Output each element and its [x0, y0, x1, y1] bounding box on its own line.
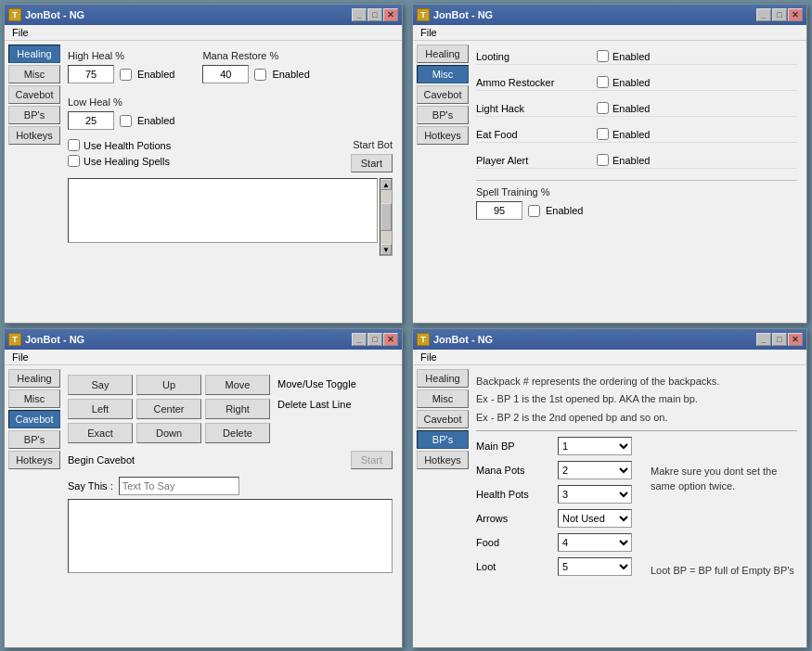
ammo-restocker-check[interactable]: [597, 76, 609, 88]
menu-file-2[interactable]: File: [417, 26, 441, 39]
log-scrollbar[interactable]: ▲ ▼: [380, 178, 393, 256]
spell-training-input[interactable]: [476, 201, 522, 220]
scroll-up[interactable]: ▲: [380, 179, 392, 190]
tab-hotkeys-2[interactable]: Hotkeys: [417, 126, 469, 145]
menu-file-4[interactable]: File: [417, 351, 441, 364]
use-healing-spells-check[interactable]: [68, 155, 80, 167]
close-btn-1[interactable]: ✕: [383, 8, 398, 21]
tab-misc-4[interactable]: Misc: [417, 389, 469, 408]
center-btn[interactable]: Center: [136, 399, 201, 419]
tab-cavebot-3[interactable]: Cavebot: [8, 410, 60, 428]
mana-restore-checkbox[interactable]: [254, 69, 266, 81]
high-heal-checkbox[interactable]: [120, 69, 132, 81]
down-btn[interactable]: Down: [136, 423, 201, 443]
main-bp-select[interactable]: 12345Not Used: [558, 437, 632, 455]
tab-healing-2[interactable]: Healing: [417, 45, 469, 63]
title-bar-1: T JonBot - NG _ □ ✕: [5, 5, 402, 25]
low-heal-checkbox[interactable]: [120, 115, 132, 127]
say-this-input[interactable]: [119, 477, 239, 495]
high-heal-enabled-label: Enabled: [137, 69, 174, 80]
health-pots-label: Health Pots: [476, 489, 550, 500]
maximize-btn-2[interactable]: □: [772, 8, 787, 21]
title-buttons-1: _ □ ✕: [352, 8, 398, 21]
title-buttons-4: _ □ ✕: [756, 333, 803, 346]
up-btn[interactable]: Up: [136, 375, 201, 395]
looting-check[interactable]: [597, 50, 609, 62]
tab-list-2: Healing Misc Cavebot BP's Hotkeys: [417, 45, 469, 233]
window-misc: T JonBot - NG _ □ ✕ File Healing Misc Ca…: [412, 4, 807, 324]
tab-hotkeys-4[interactable]: Hotkeys: [417, 451, 469, 469]
low-heal-input[interactable]: [68, 111, 114, 130]
tab-bps-2[interactable]: BP's: [417, 106, 469, 124]
looting-enabled-label: Enabled: [612, 51, 650, 62]
ammo-restocker-enabled-label: Enabled: [612, 77, 650, 88]
mana-restore-input[interactable]: [202, 65, 249, 83]
tab-bps-3[interactable]: BP's: [8, 430, 60, 449]
exact-btn[interactable]: Exact: [68, 423, 133, 443]
close-btn-4[interactable]: ✕: [788, 333, 803, 346]
healing-panel: High Heal % Enabled Mana Restore % Enabl…: [62, 45, 398, 262]
say-btn[interactable]: Say: [68, 375, 133, 395]
tab-hotkeys-1[interactable]: Hotkeys: [8, 126, 60, 145]
app-icon-2: T: [417, 8, 430, 21]
ammo-restocker-label: Ammo Restocker: [476, 77, 597, 88]
cavebot-log: [68, 499, 393, 573]
player-alert-enabled-label: Enabled: [612, 155, 650, 166]
right-btn[interactable]: Right: [205, 399, 270, 419]
tab-hotkeys-3[interactable]: Hotkeys: [8, 451, 60, 469]
close-btn-2[interactable]: ✕: [788, 8, 803, 21]
maximize-btn-1[interactable]: □: [367, 8, 382, 21]
tab-misc-2[interactable]: Misc: [417, 65, 469, 83]
tab-cavebot-1[interactable]: Cavebot: [8, 85, 60, 104]
menu-file-3[interactable]: File: [8, 351, 32, 364]
tab-misc-1[interactable]: Misc: [8, 65, 60, 83]
minimize-btn-4[interactable]: _: [756, 333, 771, 346]
tab-cavebot-2[interactable]: Cavebot: [417, 85, 469, 104]
minimize-btn-3[interactable]: _: [352, 333, 367, 346]
mana-restore-enabled-label: Enabled: [272, 69, 309, 80]
title-2: JonBot - NG: [433, 9, 756, 20]
tab-healing-4[interactable]: Healing: [417, 369, 469, 388]
tab-healing-3[interactable]: Healing: [8, 369, 60, 388]
title-4: JonBot - NG: [433, 334, 756, 345]
side-note: Makre sure you dont set the same option …: [651, 465, 797, 493]
say-this-label: Say This :: [68, 480, 113, 491]
eat-food-label: Eat Food: [476, 129, 597, 140]
maximize-btn-3[interactable]: □: [367, 333, 382, 346]
start-cavebot-btn[interactable]: Start: [351, 451, 393, 469]
high-heal-input[interactable]: [68, 65, 114, 83]
light-hack-check[interactable]: [597, 102, 609, 114]
window-bps: T JonBot - NG _ □ ✕ File Healing Misc Ca…: [412, 328, 807, 648]
tab-cavebot-4[interactable]: Cavebot: [417, 410, 469, 428]
mana-pots-select[interactable]: 12345Not Used: [558, 461, 632, 479]
tab-healing-1[interactable]: Healing: [8, 45, 60, 63]
player-alert-check[interactable]: [597, 154, 609, 166]
use-health-potions-check[interactable]: [68, 139, 80, 151]
arrows-select[interactable]: 12345Not Used: [558, 509, 632, 528]
minimize-btn-2[interactable]: _: [756, 8, 771, 21]
loot-select[interactable]: 12345Not Used: [558, 557, 632, 576]
start-bot-label: Start Bot: [351, 139, 393, 150]
eat-food-enabled-label: Enabled: [612, 129, 650, 140]
left-btn[interactable]: Left: [68, 399, 133, 419]
title-3: JonBot - NG: [25, 334, 352, 345]
player-alert-label: Player Alert: [476, 155, 597, 166]
tab-bps-1[interactable]: BP's: [8, 106, 60, 124]
minimize-btn-1[interactable]: _: [352, 8, 367, 21]
delete-btn[interactable]: Delete: [205, 423, 270, 443]
close-btn-3[interactable]: ✕: [383, 333, 398, 346]
loot-note: Loot BP = BP full of Empty BP's: [651, 564, 797, 578]
move-btn[interactable]: Move: [205, 375, 270, 395]
bp-info3: Ex - BP 2 is the 2nd opened bp and so on…: [476, 411, 797, 425]
eat-food-check[interactable]: [597, 128, 609, 140]
scroll-thumb[interactable]: [380, 203, 392, 231]
menu-file-1[interactable]: File: [8, 26, 32, 39]
tab-misc-3[interactable]: Misc: [8, 389, 60, 408]
scroll-down[interactable]: ▼: [380, 244, 392, 255]
start-bot-btn[interactable]: Start: [351, 154, 393, 172]
health-pots-select[interactable]: 12345Not Used: [558, 485, 632, 504]
spell-training-check[interactable]: [528, 205, 540, 217]
tab-bps-4[interactable]: BP's: [417, 430, 469, 449]
maximize-btn-4[interactable]: □: [772, 333, 787, 346]
food-select[interactable]: 12345Not Used: [558, 533, 632, 552]
